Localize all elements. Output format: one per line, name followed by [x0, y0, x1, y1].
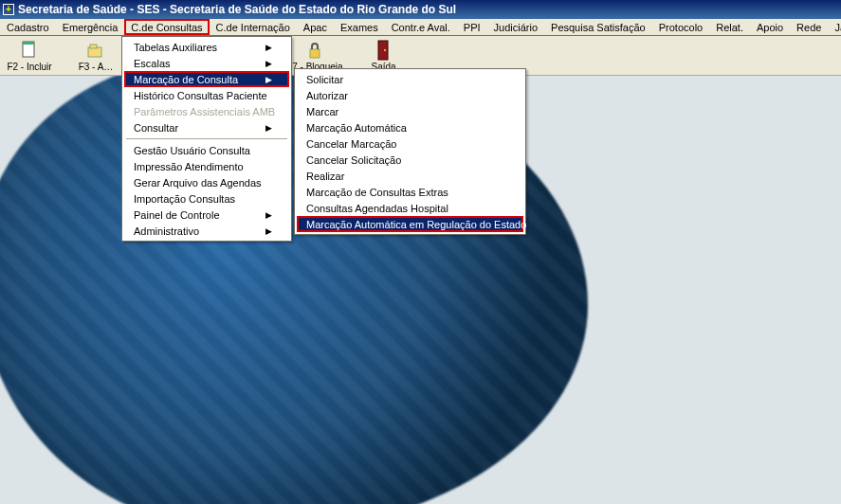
- menu-pesquisa-satisfa-o[interactable]: Pesquisa Satisfação: [544, 19, 652, 35]
- submenu1-item-gerar-arquivo-das-agendas[interactable]: Gerar Arquivo das Agendas: [124, 174, 289, 190]
- menu-item-label: Parâmetros Assistenciais AMB: [134, 106, 275, 117]
- menu-exames[interactable]: Exames: [334, 19, 385, 35]
- submenu2-item-cancelar-solicita-o[interactable]: Cancelar Solicitação: [297, 152, 523, 168]
- menu-item-label: Autorizar: [306, 90, 348, 101]
- menu-ppi[interactable]: PPI: [457, 19, 487, 35]
- menu-item-label: Cancelar Solicitação: [306, 154, 401, 166]
- submenu-arrow-icon: ▶: [265, 59, 272, 68]
- submenu-arrow-icon: ▶: [265, 210, 272, 220]
- menu-item-label: Gerar Arquivo das Agendas: [134, 177, 262, 189]
- window-title: Secretaria de Saúde - SES - Secretaria d…: [18, 3, 456, 16]
- submenu2-item-solicitar[interactable]: Solicitar: [297, 71, 523, 87]
- tool-f3-a-[interactable]: F3 - A…: [70, 40, 121, 72]
- submenu-arrow-icon: ▶: [265, 226, 272, 236]
- menu-separator: [126, 138, 287, 139]
- menu-relat-[interactable]: Relat.: [709, 19, 750, 35]
- window-titlebar: + Secretaria de Saúde - SES - Secretaria…: [0, 0, 841, 19]
- submenu2-item-realizar[interactable]: Realizar: [297, 168, 523, 184]
- menu-cadastro[interactable]: Cadastro: [0, 19, 56, 35]
- menu-item-label: Histórico Consultas Paciente: [134, 90, 267, 101]
- menu-contr-e-aval-[interactable]: Contr.e Aval.: [385, 19, 457, 35]
- submenu2-item-marca-o-autom-tica[interactable]: Marcação Automática: [297, 119, 523, 135]
- tool-label: F3 - A…: [79, 62, 114, 72]
- menu-item-label: Marcação Automática em Regulação do Esta…: [306, 219, 526, 230]
- svg-rect-7: [310, 49, 320, 58]
- submenu1-item-escalas[interactable]: Escalas▶: [124, 55, 289, 71]
- menubar: CadastroEmergênciaC.de ConsultasC.de Int…: [0, 19, 841, 36]
- submenu-arrow-icon: ▶: [265, 43, 272, 52]
- door-icon: [374, 40, 394, 61]
- menu-item-label: Realizar: [306, 171, 344, 182]
- submenu-arrow-icon: ▶: [265, 75, 272, 84]
- submenu1-item-tabelas-auxiliares[interactable]: Tabelas Auxiliares▶: [124, 39, 289, 55]
- submenu-arrow-icon: ▶: [265, 123, 272, 133]
- submenu-marcacao-de-consulta: SolicitarAutorizarMarcarMarcação Automát…: [294, 68, 526, 235]
- submenu1-item-importa-o-consultas[interactable]: Importação Consultas: [124, 190, 289, 207]
- submenu1-item-consultar[interactable]: Consultar▶: [124, 119, 289, 135]
- svg-rect-3: [90, 45, 97, 48]
- menu-item-label: Consultas Agendadas Hospital: [306, 203, 448, 214]
- submenu2-item-marca-o-autom-tica-em-regula-o-do-estado[interactable]: Marcação Automática em Regulação do Esta…: [297, 216, 523, 232]
- submenu1-item-impress-o-atendimento[interactable]: Impressão Atendimento: [124, 158, 289, 174]
- menu-janelas[interactable]: Janelas: [828, 19, 841, 35]
- menu-c-de-interna-o[interactable]: C.de Internação: [210, 19, 297, 35]
- submenu2-item-consultas-agendadas-hospital[interactable]: Consultas Agendadas Hospital: [297, 200, 523, 216]
- submenu1-item-gest-o-usu-rio-consulta[interactable]: Gestão Usuário Consulta: [124, 142, 289, 158]
- menu-rede[interactable]: Rede: [790, 19, 828, 35]
- menu-item-label: Marcação de Consultas Extras: [306, 187, 448, 198]
- menu-protocolo[interactable]: Protocolo: [652, 19, 709, 35]
- menu-item-label: Consultar: [134, 122, 178, 134]
- menu-item-label: Impressão Atendimento: [134, 161, 244, 172]
- tool-f7-bloqueia[interactable]: F7 - Bloqueia: [286, 40, 342, 72]
- doc-icon: [19, 40, 40, 61]
- menu-judici-rio[interactable]: Judiciário: [487, 19, 544, 35]
- menu-item-label: Marcação de Consulta: [134, 74, 238, 85]
- menu-item-label: Importação Consultas: [134, 193, 235, 205]
- menu-apac[interactable]: Apac: [297, 19, 334, 35]
- menu-item-label: Gestão Usuário Consulta: [134, 145, 250, 156]
- menu-item-label: Painel de Controle: [134, 209, 220, 221]
- menu-item-label: Cancelar Marcação: [306, 138, 396, 150]
- submenu2-item-marca-o-de-consultas-extras[interactable]: Marcação de Consultas Extras: [297, 184, 523, 200]
- menu-item-label: Tabelas Auxiliares: [134, 42, 217, 53]
- menu-item-label: Solicitar: [306, 74, 343, 85]
- tool-sa-da[interactable]: Saída: [358, 40, 410, 72]
- submenu2-item-autorizar[interactable]: Autorizar: [297, 87, 523, 103]
- app-icon: +: [3, 4, 14, 15]
- menu-emerg-ncia[interactable]: Emergência: [56, 19, 125, 35]
- tool-label: F2 - Incluir: [7, 62, 51, 72]
- svg-point-9: [384, 49, 386, 51]
- menu-c-de-consultas[interactable]: C.de Consultas: [124, 19, 209, 35]
- svg-rect-8: [378, 41, 388, 60]
- submenu1-item-par-metros-assistenciais-amb: Parâmetros Assistenciais AMB▶: [124, 103, 289, 119]
- menu-item-label: Marcação Automática: [306, 122, 407, 134]
- submenu2-item-marcar[interactable]: Marcar: [297, 103, 523, 119]
- menu-item-label: Administrativo: [134, 225, 199, 237]
- menu-item-label: Escalas: [134, 58, 171, 69]
- lock-icon: [304, 40, 325, 61]
- menu-item-label: Marcar: [306, 106, 338, 117]
- submenu1-item-administrativo[interactable]: Administrativo▶: [124, 223, 289, 239]
- open-icon: [85, 40, 106, 61]
- tool-f2-incluir[interactable]: F2 - Incluir: [4, 40, 55, 72]
- svg-rect-1: [23, 42, 34, 45]
- submenu2-item-cancelar-marca-o[interactable]: Cancelar Marcação: [297, 135, 523, 152]
- submenu-cde-consultas: Tabelas Auxiliares▶Escalas▶Marcação de C…: [121, 36, 292, 242]
- submenu1-item-marca-o-de-consulta[interactable]: Marcação de Consulta▶: [124, 71, 289, 87]
- submenu1-item-hist-rico-consultas-paciente[interactable]: Histórico Consultas Paciente: [124, 87, 289, 103]
- menu-apoio[interactable]: Apoio: [750, 19, 790, 35]
- submenu1-item-painel-de-controle[interactable]: Painel de Controle▶: [124, 207, 289, 223]
